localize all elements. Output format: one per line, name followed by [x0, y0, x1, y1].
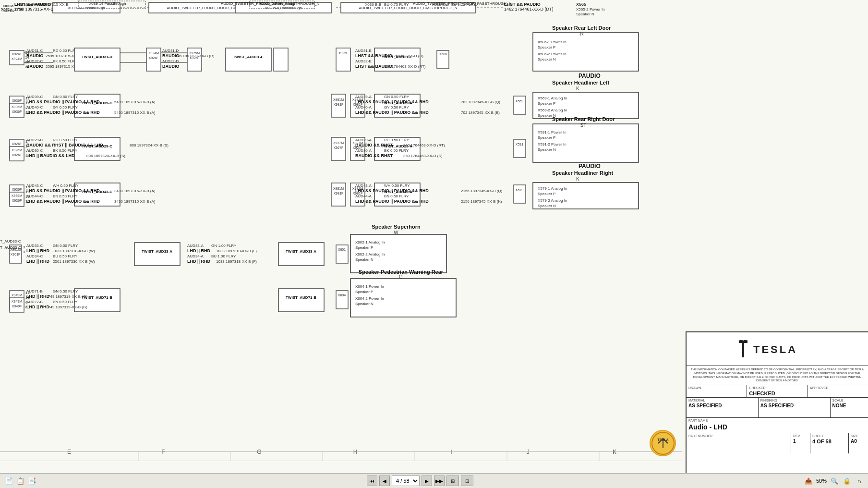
svg-text:X924M: X924M [148, 51, 159, 55]
svg-text:AUD44-C: AUD44-C [26, 194, 43, 198]
svg-text:PAUDIO: PAUDIO [579, 163, 601, 170]
svg-text:LHD || RHD: LHD || RHD [26, 294, 50, 299]
svg-text:X569: X569 [516, 99, 523, 103]
svg-text:BU 0.75 FLRY: BU 0.75 FLRY [451, 2, 476, 7]
svg-text:TESLA: TESLA [753, 343, 797, 355]
svg-rect-204 [278, 243, 324, 266]
svg-text:806 1897324-XX-B (S): 806 1897324-XX-B (S) [86, 154, 125, 158]
svg-text:X586: X586 [439, 52, 447, 56]
svg-text:LHD && PAUDIO || PAUDIO && RHD: LHD && PAUDIO || PAUDIO && RHD [355, 110, 429, 115]
svg-text:X039-14 Passthrough: X039-14 Passthrough [89, 1, 126, 6]
svg-text:X586-2 Power In: X586-2 Power In [538, 52, 567, 56]
svg-text:AUD39-A: AUD39-A [355, 95, 372, 99]
svg-rect-102 [514, 96, 526, 114]
svg-text:Speaker N: Speaker N [538, 57, 556, 61]
svg-text:BK 0.50 FLRY: BK 0.50 FLRY [53, 148, 78, 153]
svg-text:AUD33-A: AUD33-A [187, 244, 204, 248]
svg-text:360 1764463-XX-D (RT): 360 1764463-XX-D (RT) [384, 64, 426, 69]
confidential-text: THE INFORMATION CONTAINED HEREIN IS DEEM… [687, 366, 868, 385]
svg-text:Speaker N: Speaker N [355, 302, 374, 306]
svg-text:X981M: X981M [333, 98, 344, 101]
svg-text:AUD32-D: AUD32-D [162, 59, 179, 63]
rev-value: 1 [793, 439, 808, 444]
svg-text:LHD || RHD: LHD || RHD [26, 305, 50, 309]
svg-text:AUD43-A: AUD43-A [355, 183, 372, 188]
svg-text:X586-1 Power In: X586-1 Power In [538, 40, 567, 44]
svg-text:G: G [257, 449, 261, 455]
svg-text:X926F: X926F [12, 142, 22, 146]
svg-text:X925F: X925F [338, 51, 349, 55]
svg-text:BU 1.00 FLRY: BU 1.00 FLRY [211, 254, 236, 258]
svg-text:W: W [394, 230, 398, 235]
home-icon[interactable]: ⌂ [855, 476, 864, 486]
svg-text:X924F: X924F [12, 52, 22, 56]
toolbar-right: 📤 50% 🔍 🔒 ⌂ [804, 476, 864, 486]
next-page-button[interactable]: ▶ [422, 476, 432, 486]
svg-text:BK 0.50 FLRY: BK 0.50 FLRY [53, 59, 78, 63]
part-name-row: PART NAME Audio - LHD [687, 418, 868, 433]
svg-text:X949M: X949M [12, 293, 22, 297]
svg-text:K: K [576, 176, 579, 182]
svg-text:TWSIT_AUD31-D: TWSIT_AUD31-D [82, 55, 112, 59]
size-value: A0 [851, 439, 866, 444]
scale-cell: SCALE NONE [831, 398, 868, 417]
svg-text:AUD31-C: AUD31-C [26, 49, 43, 53]
material-cell: MATERIAL AS SPECIFIED [687, 398, 759, 417]
svg-text:AUD43-C: AUD43-C [26, 183, 43, 188]
svg-text:G: G [399, 274, 403, 280]
svg-text:Speaker P: Speaker P [538, 192, 555, 196]
last-page-button[interactable]: ▶▶ [434, 476, 445, 486]
svg-text:BAUDIO: BAUDIO [26, 53, 44, 58]
zoom-indicator: TESLA [650, 430, 676, 456]
svg-text:Speaker N: Speaker N [538, 204, 556, 208]
svg-text:Speaker Headliner Left: Speaker Headliner Left [552, 80, 610, 85]
fit-page-button[interactable]: ⊡ [461, 476, 473, 486]
view-mode-button[interactable]: ⊞ [446, 476, 459, 486]
svg-text:AUD32-E: AUD32-E [355, 59, 372, 63]
svg-text:X604-2 Power In: X604-2 Power In [355, 296, 384, 301]
svg-text:X981F: X981F [334, 103, 344, 106]
svg-text:LHD || RHD: LHD || RHD [187, 248, 211, 253]
toolbar-center[interactable]: ⏮ ◀ 4 / 58 ▶ ▶▶ ⊞ ⊡ [367, 476, 473, 486]
svg-text:X981F: X981F [334, 192, 344, 195]
share-icon[interactable]: 📤 [804, 476, 813, 486]
svg-text:AUD31-E: AUD31-E [355, 49, 372, 53]
svg-text:BAUDIO && RHST: BAUDIO && RHST [355, 153, 393, 158]
svg-text:5430 1897315-XX-B (A): 5430 1897315-XX-B (A) [114, 100, 156, 104]
svg-text:RD 0.50 FLRY: RD 0.50 FLRY [384, 138, 410, 142]
first-page-button[interactable]: ⏮ [367, 476, 377, 486]
svg-text:F: F [161, 449, 165, 455]
svg-text:X926M: X926M [12, 148, 22, 152]
svg-text:3430 1897315-XX-B (A): 3430 1897315-XX-B (A) [114, 189, 156, 193]
dca-row: DRAWN CHECKED CHECKED APPROVED [687, 385, 868, 398]
title-block: TESLA THE INFORMATION CONTAINED HEREIN I… [686, 331, 868, 473]
svg-text:BU 0.50 FLRY: BU 0.50 FLRY [53, 254, 78, 258]
approved-cell: APPROVED [808, 385, 868, 397]
svg-text:GN 0.50 FLRY: GN 0.50 FLRY [53, 244, 78, 248]
svg-text:AUD72-B: AUD72-B [26, 300, 43, 304]
zoom-lock-icon[interactable]: 🔒 [842, 476, 852, 486]
svg-text:LHD && PAUDIO || PAUDIO && RHD: LHD && PAUDIO || PAUDIO && RHD [355, 99, 429, 104]
svg-rect-228 [278, 289, 324, 312]
svg-text:360 1764463-XX-D (S): 360 1764463-XX-D (S) [403, 154, 443, 158]
zoom-in-icon[interactable]: 🔍 [830, 476, 839, 486]
svg-text:AUD44-A: AUD44-A [355, 194, 372, 198]
zoom-label: 50% [816, 478, 827, 484]
svg-text:AUD34-A: AUD34-A [187, 254, 204, 258]
svg-text:Speaker Rear Right Door: Speaker Rear Right Door [552, 116, 615, 122]
svg-text:BAUDIO: BAUDIO [26, 64, 44, 69]
bottom-toolbar: 📄 📋 📑 ⏮ ◀ 4 / 58 ▶ ▶▶ ⊞ ⊡ 📤 50% 🔍 🔒 ⌂ [0, 473, 868, 488]
svg-text:LHD && PAUDIO || PAUDIO && RHD: LHD && PAUDIO || PAUDIO && RHD [26, 188, 100, 193]
svg-text:X926F: X926F [12, 153, 22, 157]
svg-text:LHD || RHD: LHD || RHD [26, 259, 50, 264]
svg-text:X936F: X936F [12, 99, 22, 102]
svg-text:360 1764463-XX-D (R): 360 1764463-XX-D (R) [384, 54, 423, 58]
prev-page-button[interactable]: ◀ [379, 476, 390, 486]
svg-text:1033 1897318-XX-B (W): 1033 1897318-XX-B (W) [53, 249, 95, 253]
svg-text:X033a-6,Passthrough: X033a-6,Passthrough [259, 1, 296, 6]
svg-text:1462 1764461-XX-D (DT): 1462 1764461-XX-D (DT) [504, 7, 554, 12]
svg-text:X936M: X936M [12, 105, 22, 109]
checked-label: CHECKED [749, 386, 805, 390]
svg-text:806 1897324-XX-B (S): 806 1897324-XX-B (S) [130, 143, 169, 147]
page-selector[interactable]: 4 / 58 [392, 476, 420, 486]
